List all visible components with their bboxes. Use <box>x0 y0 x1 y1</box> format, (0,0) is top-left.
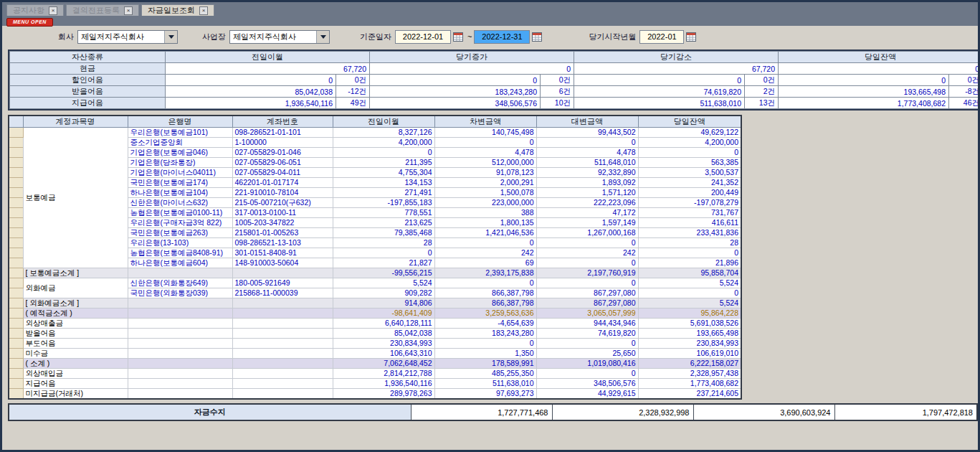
filter-bar: 회사 제일저지주식회사 사업장 제일저지주식회사 기준일자 2022-12-01… <box>2 26 978 47</box>
amount-cell: 289,978,263 <box>333 389 434 400</box>
row-selector[interactable] <box>9 208 23 218</box>
amount-cell: 1,421,046,536 <box>434 228 536 238</box>
row-selector[interactable] <box>9 258 23 268</box>
amount-cell: 0 <box>536 138 638 148</box>
calendar-icon[interactable] <box>532 32 542 42</box>
row-selector[interactable] <box>9 228 23 238</box>
amount-cell: 1,571,120 <box>536 188 638 198</box>
fund-balance-value: 1,727,771,468 <box>411 404 552 420</box>
row-selector[interactable] <box>9 198 23 208</box>
row-selector[interactable] <box>9 369 23 379</box>
amount-cell: 0 <box>333 148 434 158</box>
chevron-down-icon[interactable] <box>164 31 177 43</box>
amount-cell: 416,611 <box>638 218 741 228</box>
summary-row-label: 할인어음 <box>10 75 165 85</box>
summary-count: 49건 <box>336 98 369 108</box>
row-selector[interactable] <box>9 278 23 288</box>
row-selector[interactable] <box>9 128 23 138</box>
row-selector[interactable] <box>9 178 23 188</box>
row-selector[interactable] <box>9 168 23 178</box>
main-header-row: 계정과목명은행명계좌번호전일이월차변금액대변금액당일잔액 <box>9 116 741 128</box>
bank-name-empty <box>128 268 232 278</box>
bank-name-empty <box>128 309 232 319</box>
row-selector[interactable] <box>9 158 23 168</box>
amount-cell: 69 <box>434 258 536 268</box>
period-start-input[interactable]: 2022-01 <box>639 30 684 44</box>
account-group-label: 외화예금 <box>23 278 128 298</box>
site-label: 사업장 <box>202 32 226 42</box>
calendar-icon[interactable] <box>686 32 696 42</box>
main-row: ( 예적금소계 )-98,641,4093,259,563,6363,065,0… <box>9 309 741 319</box>
amount-cell: 2,814,212,788 <box>333 369 434 379</box>
row-selector[interactable] <box>9 298 23 309</box>
amount-cell: 3,259,563,636 <box>434 309 536 319</box>
close-icon[interactable]: × <box>199 6 208 15</box>
amount-cell: 211,395 <box>333 158 434 168</box>
account-number-empty <box>232 359 333 369</box>
main-table: 계정과목명은행명계좌번호전일이월차변금액대변금액당일잔액보통예금우리은행(보통예… <box>8 115 742 400</box>
summary-row: 할인어음00건00건00건00건 <box>10 75 980 85</box>
amount-cell: 2,393,175,838 <box>434 268 536 278</box>
row-label: 지급어음 <box>23 379 128 389</box>
main-row: 미수금106,643,3101,35025,650106,619,010 <box>9 349 741 359</box>
summary-header: 전일이월 <box>166 52 369 62</box>
calendar-icon[interactable] <box>453 32 463 42</box>
row-selector[interactable] <box>9 218 23 228</box>
bank-name: 기업은행(보통예금046) <box>128 148 232 158</box>
bank-name: 신한은행(외화통장649) <box>128 278 232 288</box>
row-selector[interactable] <box>9 329 23 339</box>
row-selector[interactable] <box>9 248 23 258</box>
amount-cell: 867,297,080 <box>536 288 638 298</box>
row-selector[interactable] <box>9 389 23 400</box>
amount-cell: 0 <box>536 278 638 288</box>
bank-name: 우리은행(구매자금3억 822) <box>128 218 232 228</box>
row-selector[interactable] <box>9 349 23 359</box>
base-date-label: 기준일자 <box>360 32 391 42</box>
row-selector[interactable] <box>9 379 23 389</box>
company-select[interactable]: 제일저지주식회사 <box>77 30 178 44</box>
tab-notice[interactable]: 공지사항 × <box>6 4 64 16</box>
main-row: [ 외화예금소계 ]914,806866,387,798867,297,0805… <box>9 298 741 309</box>
amount-cell: 0 <box>333 248 434 258</box>
row-selector[interactable] <box>9 339 23 349</box>
amount-cell: 106,643,310 <box>333 349 434 359</box>
date-from-input[interactable]: 2022-12-01 <box>395 30 451 44</box>
row-selector[interactable] <box>9 148 23 158</box>
row-selector[interactable] <box>9 359 23 369</box>
row-selector[interactable] <box>9 188 23 198</box>
amount-cell: 8,327,126 <box>333 128 434 138</box>
account-number: 1-100000 <box>232 138 333 148</box>
main-row: 외화예금신한은행(외화통장649)180-005-9216495,524005,… <box>9 278 741 288</box>
main-row: 미지급금(거래처)289,978,26397,693,27344,929,615… <box>9 389 741 400</box>
bank-name-empty <box>128 298 232 309</box>
account-number: 1005-203-347822 <box>232 218 333 228</box>
site-select[interactable]: 제일저지주식회사 <box>229 30 330 44</box>
row-selector[interactable] <box>9 288 23 298</box>
row-selector[interactable] <box>9 238 23 248</box>
amount-cell: 4,200,000 <box>333 138 434 148</box>
close-icon[interactable]: × <box>124 6 133 15</box>
row-selector[interactable] <box>9 319 23 329</box>
row-selector[interactable] <box>9 309 23 319</box>
row-selector[interactable] <box>9 268 23 278</box>
menu-open-button[interactable]: MENU OPEN <box>6 18 53 27</box>
account-number: 317-0013-0100-11 <box>232 208 333 218</box>
row-selector[interactable] <box>9 138 23 148</box>
summary-amount: 0 <box>779 75 948 85</box>
row-selector-header <box>9 116 23 128</box>
account-number: 301-0151-8408-91 <box>232 248 333 258</box>
account-number: 098-286521-13-103 <box>232 238 333 248</box>
date-to-input[interactable]: 2022-12-31 <box>474 30 530 44</box>
amount-cell: 4,200,000 <box>638 138 741 148</box>
summary-count: 0건 <box>541 75 574 85</box>
summary-amount: 0 <box>370 63 574 74</box>
tab-voucher-entry[interactable]: 결의전표등록 × <box>66 4 139 16</box>
amount-cell: -98,641,409 <box>333 309 434 319</box>
summary-amount: 348,506,576 <box>370 98 540 108</box>
amount-cell: 1,267,000,168 <box>536 228 638 238</box>
amount-cell: 95,858,704 <box>638 268 741 278</box>
tab-fund-daily-report[interactable]: 자금일보조회 × <box>141 4 214 16</box>
close-icon[interactable]: × <box>49 6 57 15</box>
chevron-down-icon[interactable] <box>316 31 329 43</box>
summary-count: 0건 <box>745 75 778 85</box>
